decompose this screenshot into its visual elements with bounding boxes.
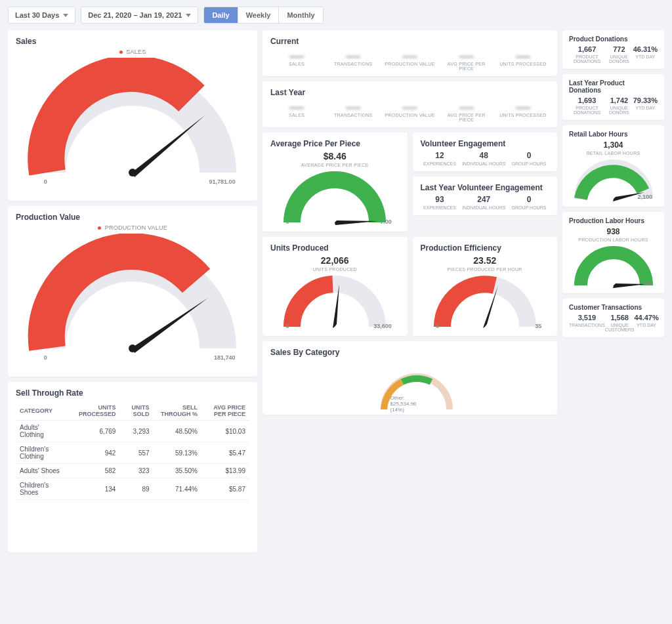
middle-column: Current ——SALES ——TRANSACTIONS ——PRODUCT… bbox=[262, 30, 557, 552]
toolbar: Last 30 Days Dec 21, 2020 – Jan 19, 2021… bbox=[0, 0, 672, 30]
granularity-weekly-button[interactable]: Weekly bbox=[238, 7, 280, 23]
metric-label: PRODUCT DONATIONS bbox=[569, 54, 605, 64]
table-row[interactable]: Adults' Shoes 582 323 35.50% $13.99 bbox=[16, 464, 249, 478]
granularity-daily-button[interactable]: Daily bbox=[204, 7, 238, 23]
gauge-min: 0 bbox=[44, 354, 47, 361]
th-avg-price[interactable]: AVG PRICE PER PIECE bbox=[201, 402, 249, 421]
avg-price-gauge bbox=[279, 170, 390, 229]
right-column: Product Donations 1,667PRODUCT DONATIONS… bbox=[562, 30, 664, 552]
volunteer-engagement-card: Volunteer Engagement 12EXPERIENCES 48IND… bbox=[413, 133, 558, 171]
kpi-label: UNITS PROCESSED bbox=[499, 62, 546, 66]
date-range-picker[interactable]: Dec 21, 2020 – Jan 19, 2021 bbox=[81, 7, 198, 24]
product-donations-ly-card: Last Year Product Donations 1,693PRODUCT… bbox=[562, 74, 664, 120]
card-title: Sell Through Rate bbox=[16, 388, 249, 398]
table-header-row: CATEGORY UNITS PROCESSED UNITS SOLD SELL… bbox=[16, 402, 249, 421]
granularity-toggle: Daily Weekly Monthly bbox=[203, 7, 323, 24]
kpi-label: TRANSACTIONS bbox=[334, 113, 372, 117]
legend-dot-icon bbox=[119, 51, 123, 54]
sales-legend: SALES bbox=[16, 49, 249, 55]
gauge-min: 0 bbox=[436, 323, 439, 329]
kpi-value: —— bbox=[327, 52, 379, 60]
card-title: Production Labor Hours bbox=[569, 217, 658, 224]
svg-marker-0 bbox=[133, 115, 205, 177]
card-title: Product Donations bbox=[569, 35, 658, 43]
card-title: Customer Transactions bbox=[569, 304, 658, 311]
chevron-down-icon bbox=[63, 14, 68, 17]
metric-value: 1,742 bbox=[605, 96, 633, 104]
card-title: Production Efficiency bbox=[421, 243, 550, 253]
product-donations-card: Product Donations 1,667PRODUCT DONATIONS… bbox=[562, 30, 664, 69]
gauge-max: 33,600 bbox=[373, 323, 392, 329]
card-title: Last Year Product Donations bbox=[569, 79, 658, 94]
metric-value: 93 bbox=[423, 195, 456, 204]
metric-value: 23.52 bbox=[421, 255, 550, 266]
metric-value: 772 bbox=[605, 45, 633, 53]
metric-value: 12 bbox=[423, 151, 456, 160]
metric-value: $8.46 bbox=[270, 151, 400, 161]
th-category[interactable]: CATEGORY bbox=[16, 402, 66, 421]
th-units-processed[interactable]: UNITS PROCESSED bbox=[66, 402, 120, 421]
svg-marker-4 bbox=[335, 220, 377, 225]
production-labor-card: Production Labor Hours 938 PRODUCTION LA… bbox=[562, 212, 664, 293]
kpi-value: —— bbox=[497, 52, 549, 60]
metric-value: 46.31% bbox=[633, 45, 658, 53]
gauge-min: 0 bbox=[286, 218, 289, 225]
retail-labor-card: Retail Labor Hours 1,304 RETAIL LABOR HO… bbox=[562, 125, 664, 207]
table-row[interactable]: Adults' Clothing 6,769 3,293 48.50% $10.… bbox=[16, 421, 249, 442]
th-units-sold[interactable]: UNITS SOLD bbox=[119, 402, 153, 421]
metric-value: 0 bbox=[512, 151, 547, 160]
th-sell-through[interactable]: SELL THROUGH % bbox=[154, 402, 201, 421]
gauge-min: 0 bbox=[579, 280, 583, 287]
volunteer-engagement-ly-card: Last Year Volunteer Engagement 93EXPERIE… bbox=[413, 177, 558, 215]
metric-value: 1,568 bbox=[605, 314, 635, 322]
current-kpi-strip: ——SALES ——TRANSACTIONS ——PRODUCTION VALU… bbox=[270, 49, 549, 71]
metric-value: 22,066 bbox=[270, 255, 400, 266]
date-range-label: Dec 21, 2020 – Jan 19, 2021 bbox=[88, 11, 182, 19]
table-row[interactable]: Children's Clothing 942 557 59.13% $5.47 bbox=[16, 442, 249, 464]
granularity-monthly-button[interactable]: Monthly bbox=[279, 7, 322, 23]
metric-value: 1,667 bbox=[569, 45, 605, 53]
production-efficiency-card: Production Efficiency 23.52 PIECES PRODU… bbox=[413, 237, 558, 336]
metric-label: TRANSACTIONS bbox=[569, 323, 605, 327]
svg-point-1 bbox=[129, 169, 136, 177]
metric-value: 0 bbox=[512, 195, 547, 204]
kpi-label: AVG PRICE PER PIECE bbox=[448, 62, 486, 71]
legend-label: PRODUCTION VALUE bbox=[105, 224, 167, 231]
card-title: Sales bbox=[16, 37, 249, 46]
kpi-value: —— bbox=[440, 52, 493, 60]
kpi-value: —— bbox=[440, 104, 493, 112]
kpi-label: UNITS PROCESSED bbox=[499, 113, 546, 117]
gauge-min: 0 bbox=[44, 178, 47, 185]
metric-value: 1,304 bbox=[569, 140, 658, 150]
metric-label: GROUP HOURS bbox=[512, 205, 547, 210]
kpi-value: —— bbox=[383, 52, 436, 60]
card-title: Current bbox=[270, 37, 549, 46]
card-title: Last Year bbox=[270, 88, 549, 97]
metric-label: PRODUCT DONATIONS bbox=[569, 106, 605, 115]
card-title: Average Price Per Piece bbox=[270, 139, 400, 148]
gauge-max: 91,781.00 bbox=[209, 178, 236, 185]
sell-through-table: CATEGORY UNITS PROCESSED UNITS SOLD SELL… bbox=[16, 402, 249, 500]
legend-dot-icon bbox=[98, 226, 101, 230]
kpi-value: —— bbox=[270, 104, 323, 112]
sales-by-category-card: Sales By Category Other: $25,534.96 (14%… bbox=[262, 341, 557, 415]
kpi-value: —— bbox=[327, 104, 379, 112]
metric-value: 48 bbox=[462, 151, 505, 160]
gauge-max: 900 bbox=[642, 280, 652, 287]
table-row[interactable]: Children's Shoes 134 89 71.44% $5.87 bbox=[16, 478, 249, 500]
sell-through-card: Sell Through Rate CATEGORY UNITS PROCESS… bbox=[8, 382, 257, 552]
units-produced-card: Units Produced 22,066 UNITS PRODUCED 0 3… bbox=[262, 237, 408, 336]
kpi-label: SALES bbox=[289, 62, 304, 66]
metric-value: 44.47% bbox=[634, 314, 658, 322]
metric-sublabel: UNITS PRODUCED bbox=[313, 267, 357, 272]
metric-value: 3,519 bbox=[569, 314, 605, 322]
gauge-max: 2,100 bbox=[637, 194, 652, 200]
metric-label: UNIQUE DONORS bbox=[605, 54, 633, 64]
metric-label: INDIVIDUAL HOURS bbox=[462, 161, 505, 166]
date-range-preset-dropdown[interactable]: Last 30 Days bbox=[8, 7, 75, 24]
row-units-efficiency: Units Produced 22,066 UNITS PRODUCED 0 3… bbox=[262, 237, 557, 336]
metric-sublabel: PIECES PRODUCED PER HOUR bbox=[448, 267, 522, 272]
gauge-max: 7.00 bbox=[380, 218, 392, 225]
date-range-preset-label: Last 30 Days bbox=[15, 11, 59, 19]
avg-price-card: Average Price Per Piece $8.46 AVERAGE PR… bbox=[262, 133, 408, 232]
